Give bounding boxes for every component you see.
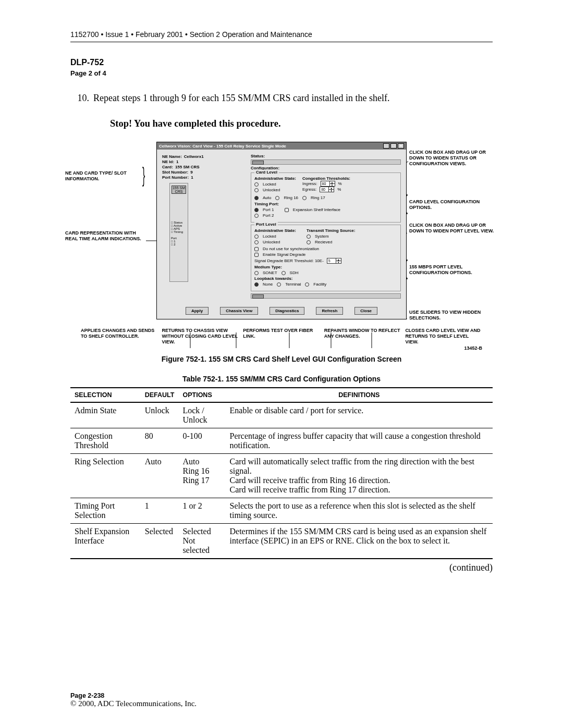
radio-system[interactable]	[307, 235, 311, 239]
scrollbar[interactable]	[251, 293, 401, 299]
app-window: Cellworx Vision: Card View - 155 Cell Re…	[156, 142, 407, 319]
radio-port2[interactable]	[254, 214, 259, 218]
maximize-icon[interactable]: □	[390, 143, 397, 149]
ne-id-value: 1	[176, 159, 178, 164]
radio-sdh[interactable]	[282, 271, 286, 275]
diagnostics-button[interactable]: Diagnostics	[270, 307, 304, 315]
radio-ring17[interactable]	[302, 196, 307, 200]
card-label: Card:	[162, 165, 173, 169]
radio-none[interactable]	[254, 282, 259, 287]
radio-sonet[interactable]	[254, 271, 259, 275]
system-label: System	[315, 234, 329, 239]
ring17-label: Ring 17	[311, 195, 325, 200]
checkbox-ensd[interactable]	[254, 253, 259, 257]
table-row: Admin StateUnlockLock / UnlockEnable or …	[70, 402, 493, 428]
status-area	[251, 159, 401, 165]
annot-card-rep: CARD REPRESENTATION WITH REAL TIME ALARM…	[65, 230, 143, 242]
th-default: DEFAULT	[141, 388, 179, 402]
chassis-view-button[interactable]: Chassis View	[220, 307, 258, 315]
table-cell: Ring Selection	[70, 454, 141, 498]
annot-apply: APPLIES CHANGES AND SENDS TO SHELF CONTR…	[81, 328, 158, 344]
close-button[interactable]: Close	[354, 307, 377, 315]
annot-port-level: 155 MBPS PORT LEVEL CONFIGURATION OPTION…	[409, 264, 498, 276]
step-10: 10. Repeat steps 1 through 9 for each 15…	[70, 93, 493, 104]
annot-chassis: RETURNS TO CHASSIS VIEW WITHOUT CLOSING …	[162, 328, 239, 344]
radio-ring16[interactable]	[275, 196, 279, 200]
table-cell: Selected Not selected	[178, 524, 225, 559]
table-cell: Selects the port to use as a reference w…	[226, 498, 493, 524]
radio-terminal[interactable]	[277, 282, 281, 287]
expansion-label: Expansion Shelf Interface	[293, 207, 340, 212]
card-graphic: 155 SM CRS □ Status □ Active □ APS □ Tim…	[169, 183, 188, 282]
ring16-label: Ring 16	[284, 195, 298, 200]
table-row: Congestion Threshold800-100Percentage of…	[70, 428, 493, 454]
config-table: SELECTION DEFAULT OPTIONS DEFINITIONS Ad…	[70, 387, 493, 559]
checkbox-expansion[interactable]	[285, 208, 289, 212]
radio-pl-locked[interactable]	[254, 235, 259, 239]
congestion-label: Congestion Thresholds:	[302, 176, 350, 181]
table-caption: Table 752-1. 155 SM/MM CRS Card Configur…	[70, 375, 493, 383]
minimize-icon[interactable]: _	[383, 143, 389, 149]
th-selection: SELECTION	[70, 388, 141, 402]
radio-unlocked[interactable]	[254, 188, 259, 192]
egress-spinner[interactable]: 80▲▼	[320, 187, 334, 192]
port-level-title: Port Level	[254, 222, 278, 227]
table-cell: Congestion Threshold	[70, 428, 141, 454]
none-label: None	[263, 282, 273, 287]
tts-label: Transmit Timing Source:	[307, 228, 356, 233]
stop-line: Stop! You have completed this procedure.	[110, 118, 493, 129]
annot-diag: PERFORMS TEST OVER FIBER LINK.	[243, 328, 320, 344]
apply-button[interactable]: Apply	[186, 307, 209, 315]
radio-pl-unlocked[interactable]	[254, 240, 259, 244]
table-cell: Timing Port Selection	[70, 498, 141, 524]
port-label: Port Number:	[162, 175, 189, 180]
slot-label: Slot Number:	[162, 170, 188, 175]
radio-locked[interactable]	[254, 182, 259, 187]
pct-label: %	[338, 181, 342, 186]
close-icon[interactable]: ×	[398, 143, 404, 149]
table-cell: Shelf Expansion Interface	[70, 524, 141, 559]
table-cell: Selected	[141, 524, 179, 559]
sdber-label: Signal Degrade BER Threshold: 10E-	[254, 258, 324, 263]
sonet-label: SONET	[263, 270, 277, 275]
radio-port1[interactable]	[254, 208, 259, 212]
table-cell: 1	[141, 498, 179, 524]
table-cell: Auto	[141, 454, 179, 498]
th-options: OPTIONS	[178, 388, 225, 402]
unlocked-label: Unlocked	[263, 188, 280, 192]
table-cell: 0-100	[178, 428, 225, 454]
ingress-spinner[interactable]: 80▲▼	[321, 181, 335, 187]
table-cell: 1 or 2	[178, 498, 225, 524]
pct-label: %	[337, 187, 341, 192]
port-2-led: □ 2	[171, 243, 187, 246]
sdber-spinner[interactable]: 5▲▼	[327, 258, 341, 264]
refresh-button[interactable]: Refresh	[316, 307, 343, 315]
th-definitions: DEFINITIONS	[226, 388, 493, 402]
annot-refresh: REPAINTS WINDOW TO REFLECT ANY CHANGES.	[324, 328, 401, 344]
ensd-label: Enable Signal Degrade	[263, 252, 305, 257]
port-value: 1	[191, 175, 193, 180]
table-cell: Card will automatically select traffic f…	[226, 454, 493, 498]
facility-label: Facility	[313, 282, 326, 287]
table-cell: 80	[141, 428, 179, 454]
table-cell: Enable or disable card / port for servic…	[226, 402, 493, 428]
annot-card-level: CARD LEVEL CONFIGURATION OPTIONS.	[409, 199, 498, 211]
egress-label: Egress:	[302, 187, 316, 192]
checkbox-nosync[interactable]	[254, 247, 259, 251]
step-text: Repeat steps 1 through 9 for each 155 SM…	[93, 93, 389, 104]
figure-caption: Figure 752-1. 155 SM CRS Card Shelf Leve…	[70, 355, 493, 363]
medium-label: Medium Type:	[254, 265, 397, 269]
radio-auto[interactable]	[254, 196, 259, 200]
ingress-label: Ingress:	[302, 181, 317, 186]
radio-recieved[interactable]	[307, 240, 311, 244]
annot-drag-status: CLICK ON BOX AND DRAG UP OR DOWN TO WIDE…	[409, 150, 498, 166]
ne-name-value: Cellworx1	[184, 154, 204, 159]
footer-page: Page 2-238	[70, 692, 197, 699]
recieved-label: Recieved	[315, 240, 332, 244]
card-level-panel: Card Level Administrative State: Locked …	[251, 172, 401, 223]
table-row: Timing Port Selection11 or 2Selects the …	[70, 498, 493, 524]
radio-facility[interactable]	[305, 282, 309, 287]
terminal-label: Terminal	[285, 282, 301, 287]
loopback-label: Loopback towards:	[254, 276, 397, 281]
table-cell: Admin State	[70, 402, 141, 428]
